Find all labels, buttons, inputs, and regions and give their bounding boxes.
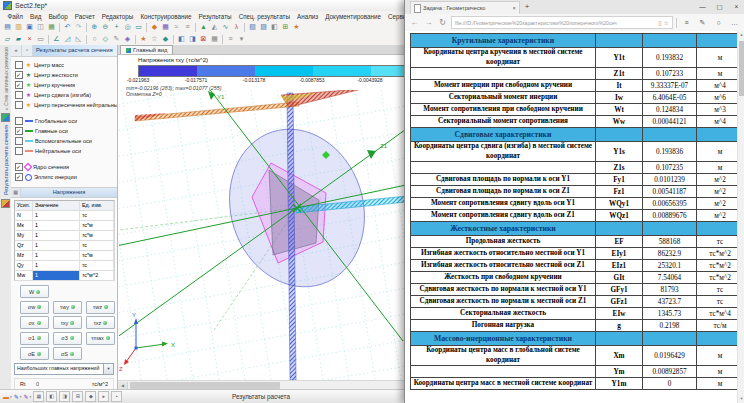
toolbar-icon[interactable]: ▭ xyxy=(35,34,46,44)
scroll-down-icon[interactable]: ▼ xyxy=(738,395,744,403)
forces-row[interactable]: My1тс*м xyxy=(14,231,114,241)
checkbox[interactable] xyxy=(15,173,23,181)
toolbar-icon[interactable]: ▱ xyxy=(2,34,13,44)
display-option[interactable]: ★Центр сдвига (изгиба) xyxy=(11,90,117,100)
checkbox[interactable] xyxy=(15,147,23,155)
share-icon[interactable]: ○ xyxy=(712,19,725,26)
checkbox[interactable] xyxy=(15,117,23,125)
forces-row[interactable]: Mz1тс*м xyxy=(14,251,114,261)
forward-icon[interactable]: → xyxy=(423,18,434,27)
menu-item[interactable]: Анализ xyxy=(293,13,321,20)
toolbar-icon[interactable]: ✎ xyxy=(111,34,122,44)
forces-row[interactable]: Qz1тс xyxy=(14,241,114,251)
toolbar-icon[interactable]: ◈ xyxy=(122,34,133,44)
menu-item[interactable]: Файл xyxy=(4,13,26,20)
checkbox[interactable] xyxy=(15,101,23,109)
stress-plot-button[interactable]: τxz xyxy=(86,316,115,329)
chevron-down-icon[interactable]: ▾ xyxy=(10,395,12,399)
toolbar-icon[interactable]: ▨ xyxy=(258,22,269,32)
viewport-tab-main[interactable]: Главный вид xyxy=(120,45,173,54)
toolbar-icon[interactable]: ▲ xyxy=(198,22,209,32)
annotation-tool-icon[interactable]: ▬ xyxy=(3,392,9,402)
annotation-tool-icon[interactable]: ✎ xyxy=(24,392,29,402)
toolbar-icon[interactable]: ◆ xyxy=(160,34,171,44)
dock-results-tab[interactable]: Результаты расчета сечения xyxy=(3,125,9,195)
new-tab-button[interactable]: + xyxy=(520,0,534,14)
toolbar-icon[interactable]: ◫ xyxy=(35,22,46,32)
menu-item[interactable]: Редакторы xyxy=(98,13,137,20)
panel-collapse-button[interactable]: « xyxy=(11,45,22,56)
scrollbar-thumb[interactable] xyxy=(130,382,280,389)
web-note-icon[interactable]: ✎ xyxy=(696,19,709,27)
dock-stack-label[interactable]: « Стек активных режимов xyxy=(3,47,9,110)
back-icon[interactable]: ← xyxy=(409,18,420,27)
stress-plot-button[interactable]: W xyxy=(20,285,49,298)
menu-item[interactable]: Выбор xyxy=(45,13,71,20)
scroll-up-icon[interactable]: ▲ xyxy=(738,31,744,39)
criterion-dropdown[interactable]: Наибольших главных напряжений ▼ xyxy=(14,363,114,375)
checkbox[interactable] xyxy=(15,137,23,145)
refresh-icon[interactable]: ↻ xyxy=(437,18,448,27)
toolbar-icon[interactable]: ◧ xyxy=(269,22,280,32)
bottom-toolbar-icon[interactable]: ◧ xyxy=(46,391,57,402)
toolbar-icon[interactable]: ★ xyxy=(138,34,149,44)
bottom-toolbar-icon[interactable]: ⊞ xyxy=(72,391,83,402)
toolbar-icon[interactable]: ○ xyxy=(89,34,100,44)
toolbar-icon[interactable]: ◎ xyxy=(122,22,133,32)
close-button[interactable]: × xyxy=(728,0,744,14)
forces-row[interactable]: Mw1тс*м^2 xyxy=(14,271,114,281)
toolbar-icon[interactable]: ∿ xyxy=(220,22,231,32)
forces-row[interactable]: N1тс xyxy=(14,211,114,221)
toolbar-icon[interactable]: ↶ xyxy=(62,22,73,32)
toolbar-icon[interactable]: ▤ xyxy=(2,22,13,32)
scrollbar-thumb[interactable] xyxy=(739,41,744,96)
url-field[interactable]: file:///D:/Геометрические%20характеристи… xyxy=(451,16,673,29)
forces-row[interactable]: Mк1тс*м xyxy=(14,221,114,231)
stress-plot-button[interactable]: τxy xyxy=(53,316,82,329)
toolbar-icon[interactable]: ▣ xyxy=(24,22,35,32)
toolbar-icon[interactable]: ◭ xyxy=(209,22,220,32)
display-option[interactable]: Глобальные оси xyxy=(11,116,117,126)
toolbar-icon[interactable]: ≡ xyxy=(225,34,236,44)
toolbar-icon[interactable]: ▧ xyxy=(247,22,258,32)
checkbox[interactable] xyxy=(15,81,23,89)
menu-item[interactable]: Спец. результаты xyxy=(235,13,293,20)
stress-plot-button[interactable]: σ3 xyxy=(53,332,82,345)
bottom-toolbar-icon[interactable]: ▸ xyxy=(98,391,109,402)
toolbar-icon[interactable]: ∠ xyxy=(51,34,62,44)
url-text[interactable]: file:///D:/Геометрические%20характеристи… xyxy=(455,20,656,26)
toolbar-icon[interactable]: ▦ xyxy=(46,22,57,32)
tab-close-icon[interactable]: × xyxy=(512,5,516,11)
toolbar-icon[interactable]: ▥ xyxy=(13,22,24,32)
menu-item[interactable]: Документирование xyxy=(322,13,385,20)
favorite-star-icon[interactable]: ☆ xyxy=(664,19,669,26)
toolbar-icon[interactable]: ◆ xyxy=(149,22,160,32)
toolbar-icon[interactable]: ▦ xyxy=(160,22,171,32)
display-option[interactable]: Эллипс инерции xyxy=(11,172,117,182)
toolbar-icon[interactable]: ★ xyxy=(291,22,302,32)
stress-plot-button[interactable]: τwy xyxy=(53,301,82,314)
chevron-down-icon[interactable]: ▼ xyxy=(103,364,113,374)
toolbar-icon[interactable]: λ xyxy=(231,22,242,32)
toolbar-icon[interactable]: ≡ xyxy=(182,22,193,32)
chevron-down-icon[interactable]: ▾ xyxy=(20,395,22,399)
hub-icon[interactable]: ≡ xyxy=(680,19,693,26)
checkbox[interactable] xyxy=(15,163,23,171)
toolbar-icon[interactable]: ◇ xyxy=(100,34,111,44)
display-option[interactable]: ★Центр пересечения нейтральных осей xyxy=(11,100,117,110)
toolbar-icon[interactable]: ⊠ xyxy=(198,34,209,44)
menu-item[interactable]: Расчет xyxy=(71,13,98,20)
toolbar-icon[interactable]: ◨ xyxy=(187,34,198,44)
toolbar-icon[interactable]: ⊕ xyxy=(89,22,100,32)
stress-plot-button[interactable]: τmax xyxy=(86,332,115,345)
toolbar-icon[interactable]: ☆ xyxy=(149,34,160,44)
annotation-tool-icon[interactable]: ✎ xyxy=(14,392,19,402)
toolbar-icon[interactable]: ≈ xyxy=(171,22,182,32)
display-option[interactable]: ★Центр масс xyxy=(11,60,117,70)
stress-plot-button[interactable]: σ1 xyxy=(20,332,49,345)
toolbar-icon[interactable]: ⊞ xyxy=(280,22,291,32)
toolbar-icon[interactable]: ↷ xyxy=(73,22,84,32)
toolbar-icon[interactable]: ◺ xyxy=(73,34,84,44)
display-option[interactable]: Ядро сечения xyxy=(11,162,117,172)
toolbar-icon[interactable]: ⊖ xyxy=(100,22,111,32)
